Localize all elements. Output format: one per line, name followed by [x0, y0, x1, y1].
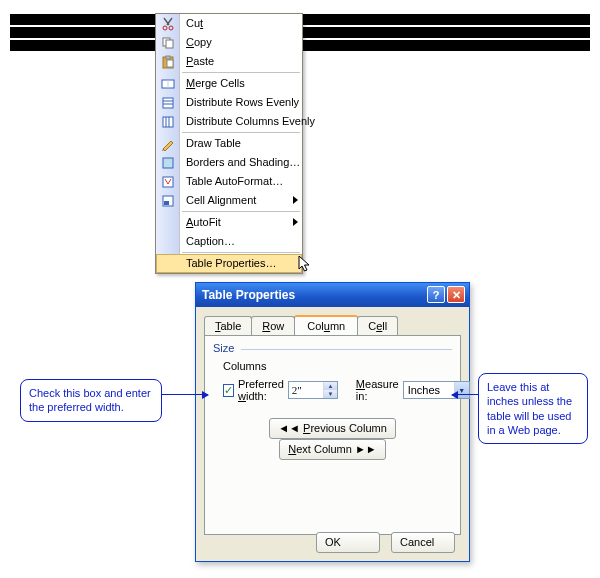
menu-item[interactable]: Draw Table: [156, 134, 302, 153]
dialog-tabs: Table Row Column Cell: [204, 315, 461, 335]
menu-item-label: Draw Table: [186, 137, 241, 149]
menu-item-label: Copy: [186, 36, 212, 48]
svg-rect-9: [163, 98, 173, 108]
menu-item-label: AutoFit: [186, 216, 221, 228]
menu-item[interactable]: Cell Alignment: [156, 191, 302, 210]
menu-item-label: Paste: [186, 55, 214, 67]
dist-rows-icon: [160, 95, 176, 110]
spin-down-icon[interactable]: ▼: [324, 390, 337, 398]
help-button[interactable]: ?: [427, 286, 445, 303]
menu-item[interactable]: Copy: [156, 33, 302, 52]
next-column-button[interactable]: Next Column ►►: [279, 439, 385, 460]
align-icon: [160, 193, 176, 208]
context-menu: CutCopyPasteMerge CellsDistribute Rows E…: [155, 13, 303, 274]
tab-row[interactable]: Row: [251, 316, 295, 335]
borders-icon: [160, 155, 176, 170]
menu-item[interactable]: AutoFit: [156, 213, 302, 232]
menu-item[interactable]: Merge Cells: [156, 74, 302, 93]
menu-item[interactable]: Paste: [156, 52, 302, 71]
menu-separator: [182, 252, 300, 253]
menu-item[interactable]: Borders and Shading…: [156, 153, 302, 172]
tab-column[interactable]: Column: [294, 315, 358, 335]
menu-item[interactable]: Distribute Columns Evenly: [156, 112, 302, 131]
menu-item[interactable]: Caption…: [156, 232, 302, 251]
dialog-titlebar[interactable]: Table Properties ? ✕: [196, 283, 469, 307]
svg-rect-5: [166, 56, 170, 59]
menu-item-label: Table AutoFormat…: [186, 175, 283, 187]
menu-item-label: Table Properties…: [186, 257, 277, 269]
menu-item-label: Cell Alignment: [186, 194, 256, 206]
measure-in-select[interactable]: Inches ▼: [403, 381, 470, 399]
submenu-arrow-icon: [293, 196, 298, 204]
preferred-width-label: Preferred width:: [238, 378, 284, 402]
group-size: Size: [213, 342, 452, 354]
menu-separator: [182, 132, 300, 133]
menu-item[interactable]: Table Properties…: [156, 254, 302, 273]
dialog-title: Table Properties: [202, 288, 295, 302]
menu-item-label: Borders and Shading…: [186, 156, 300, 168]
menu-separator: [182, 72, 300, 73]
cancel-button[interactable]: Cancel: [391, 532, 455, 553]
menu-item-label: Merge Cells: [186, 77, 245, 89]
measure-in-label: Measure in:: [356, 378, 399, 402]
merge-icon: [160, 76, 176, 91]
preferred-width-checkbox[interactable]: ✓: [223, 384, 234, 397]
callout-right-arrow: [452, 394, 478, 395]
dist-cols-icon: [160, 114, 176, 129]
measure-in-value: Inches: [408, 384, 454, 396]
svg-rect-18: [164, 201, 169, 205]
autoformat-icon: [160, 174, 176, 189]
blank-icon: [160, 215, 176, 230]
menu-item[interactable]: Table AutoFormat…: [156, 172, 302, 191]
previous-column-button[interactable]: ◄◄ Previous Column: [269, 418, 396, 439]
menu-item[interactable]: Distribute Rows Evenly: [156, 93, 302, 112]
subgroup-columns: Columns: [223, 360, 452, 372]
ok-button[interactable]: OK: [316, 532, 380, 553]
svg-rect-6: [167, 60, 173, 67]
preferred-width-spinner[interactable]: ▲▼: [288, 381, 338, 399]
callout-left: Check this box and enter the preferred w…: [20, 379, 162, 422]
svg-rect-3: [166, 40, 173, 48]
menu-item[interactable]: Cut: [156, 14, 302, 33]
submenu-arrow-icon: [293, 218, 298, 226]
callout-left-arrow: [162, 394, 208, 395]
svg-point-0: [163, 26, 167, 30]
menu-item-label: Distribute Rows Evenly: [186, 96, 299, 108]
spin-up-icon[interactable]: ▲: [324, 382, 337, 390]
menu-item-label: Caption…: [186, 235, 235, 247]
menu-separator: [182, 211, 300, 212]
tab-table[interactable]: Table: [204, 316, 252, 335]
svg-rect-15: [163, 158, 173, 168]
svg-point-1: [169, 26, 173, 30]
table-properties-dialog: Table Properties ? ✕ Table Row Column Ce…: [195, 282, 470, 562]
callout-right: Leave this at inches unless the table wi…: [478, 373, 588, 444]
svg-rect-12: [163, 117, 173, 127]
copy-icon: [160, 35, 176, 50]
paste-icon: [160, 54, 176, 69]
tab-cell[interactable]: Cell: [357, 316, 398, 335]
menu-item-label: Cut: [186, 17, 203, 29]
tab-page-column: Size Columns ✓ Preferred width: ▲▼ Measu…: [204, 335, 461, 535]
menu-item-label: Distribute Columns Evenly: [186, 115, 315, 127]
close-button[interactable]: ✕: [447, 286, 465, 303]
blank-icon: [160, 234, 176, 249]
preferred-width-input[interactable]: [289, 382, 323, 398]
cut-icon: [160, 16, 176, 31]
blank-icon: [161, 257, 177, 272]
draw-icon: [160, 136, 176, 151]
svg-rect-16: [163, 177, 173, 187]
